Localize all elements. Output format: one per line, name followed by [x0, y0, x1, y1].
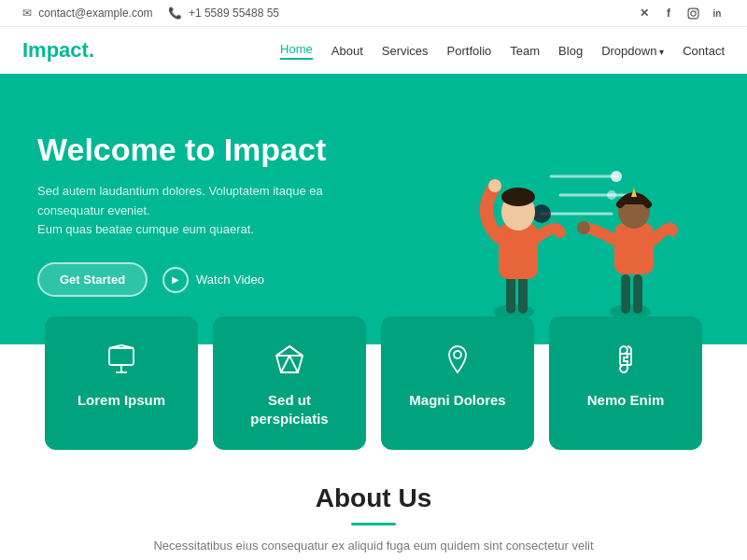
- logo: Impact.: [22, 38, 94, 63]
- get-started-button[interactable]: Get Started: [37, 262, 148, 297]
- hero-buttons: Get Started ▶ Watch Video: [37, 262, 392, 297]
- navbar: Impact. Home About Services Portfolio Te…: [0, 27, 747, 74]
- diamond-icon: [273, 343, 306, 380]
- svg-point-15: [488, 179, 501, 192]
- phone-contact: 📞 +1 5589 55488 55: [168, 7, 279, 20]
- feature-title-2: Sed ut perspiciatis: [228, 391, 351, 427]
- social-icons: ✕ f in: [637, 6, 725, 21]
- phone-icon: 📞: [168, 7, 182, 20]
- svg-line-31: [289, 356, 298, 372]
- about-underline: [351, 523, 396, 525]
- nav-contact[interactable]: Contact: [683, 44, 725, 58]
- feature-card-3: Magni Dolores: [381, 316, 534, 450]
- svg-point-34: [454, 351, 461, 358]
- logo-dot: .: [89, 38, 94, 62]
- svg-rect-17: [621, 274, 630, 314]
- topbar: ✉ contact@example.com 📞 +1 5589 55488 55…: [0, 0, 747, 27]
- svg-point-7: [532, 204, 551, 223]
- nav-links: Home About Services Portfolio Team Blog …: [280, 42, 725, 60]
- feature-title-3: Magni Dolores: [409, 391, 505, 410]
- svg-rect-19: [614, 223, 654, 274]
- topbar-contact: ✉ contact@example.com 📞 +1 5589 55488 55: [22, 7, 279, 20]
- watch-video-button[interactable]: ▶ Watch Video: [162, 267, 264, 293]
- svg-marker-21: [631, 188, 637, 197]
- about-description: Necessitatibus eius consequatur ex aliqu…: [140, 537, 607, 556]
- feature-card-4: Nemo Enim: [549, 316, 702, 450]
- feature-title-4: Nemo Enim: [587, 391, 665, 410]
- feature-card-2: Sed ut perspiciatis: [213, 316, 366, 450]
- svg-rect-12: [499, 223, 538, 279]
- nav-portfolio[interactable]: Portfolio: [447, 44, 492, 58]
- svg-marker-28: [276, 346, 303, 372]
- nav-about[interactable]: About: [331, 44, 363, 58]
- svg-point-22: [577, 221, 590, 234]
- hero-illustration: [430, 111, 710, 316]
- svg-rect-10: [506, 274, 515, 314]
- facebook-icon[interactable]: f: [661, 6, 676, 21]
- svg-rect-11: [518, 274, 528, 314]
- svg-point-2: [695, 9, 696, 10]
- svg-point-14: [501, 188, 535, 206]
- easel-icon: [105, 343, 138, 380]
- svg-line-30: [281, 356, 289, 372]
- svg-point-6: [611, 171, 622, 182]
- instagram-icon[interactable]: [685, 6, 700, 21]
- hero-content: Welcome to Impact Sed autem laudantium d…: [37, 131, 392, 297]
- svg-rect-0: [688, 8, 698, 19]
- nav-blog[interactable]: Blog: [558, 44, 583, 58]
- svg-rect-35: [620, 354, 631, 365]
- features-section: Lorem Ipsum Sed ut perspiciatis Magni Do…: [0, 316, 747, 450]
- svg-line-32: [276, 346, 289, 356]
- feature-card-1: Lorem Ipsum: [45, 316, 198, 450]
- hero-svg: [430, 130, 710, 316]
- nav-dropdown[interactable]: Dropdown: [601, 44, 664, 58]
- email-contact: ✉ contact@example.com: [22, 7, 153, 20]
- x-icon[interactable]: ✕: [637, 6, 652, 21]
- svg-line-33: [289, 346, 303, 356]
- location-icon: [441, 343, 474, 380]
- hero-title: Welcome to Impact: [37, 131, 392, 169]
- svg-point-8: [607, 190, 616, 200]
- nav-services[interactable]: Services: [382, 44, 429, 58]
- about-section: About Us Necessitatibus eius consequatur…: [0, 450, 747, 560]
- svg-rect-23: [109, 348, 134, 365]
- feature-title-1: Lorem Ipsum: [78, 391, 165, 410]
- play-icon: ▶: [162, 267, 189, 293]
- svg-rect-18: [633, 274, 642, 314]
- about-title: About Us: [37, 483, 710, 513]
- hero-description: Sed autem laudantium dolores. Voluptatem…: [37, 182, 392, 240]
- svg-point-1: [690, 10, 695, 15]
- hero-section: Welcome to Impact Sed autem laudantium d…: [0, 74, 747, 344]
- nav-home[interactable]: Home: [280, 42, 313, 60]
- nav-team[interactable]: Team: [510, 44, 540, 58]
- linkedin-icon[interactable]: in: [710, 6, 725, 21]
- command-icon: [609, 343, 642, 380]
- email-icon: ✉: [22, 7, 32, 20]
